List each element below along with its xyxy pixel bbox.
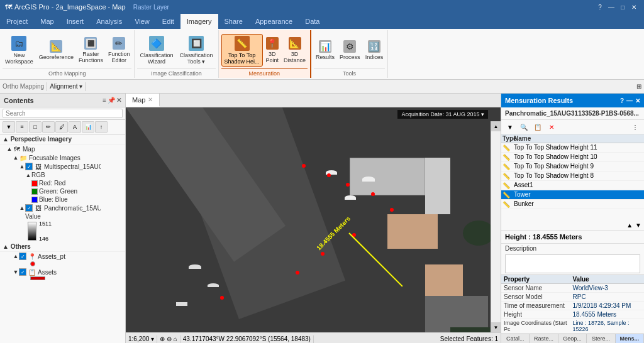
map-tab[interactable]: Map ✕ xyxy=(126,94,160,107)
move-up-arrow[interactable]: ▲ xyxy=(626,222,633,229)
label-button[interactable]: A xyxy=(69,121,81,133)
tree-item-panchromatic[interactable]: ▲ ✓ 🖼 Panchromatic_15AUG31133528-P xyxy=(0,204,125,212)
measure-dot-5 xyxy=(390,208,394,212)
men-row-3[interactable]: 📏 Top To Top Shadow Height 8 xyxy=(501,172,644,181)
tab-map[interactable]: Map xyxy=(34,14,60,29)
zoom-controls[interactable]: ⊕ ⊖ ⌂ xyxy=(160,335,177,342)
tab-analysis[interactable]: Analysis xyxy=(90,14,128,29)
tree-item-assets-pt[interactable]: ▲ ✓ 📍 Assets_pt xyxy=(0,252,125,261)
mensuration-close-button[interactable]: ✕ xyxy=(635,97,640,104)
group-button[interactable]: □ xyxy=(29,121,42,133)
panel-options-button[interactable]: ≡ xyxy=(103,97,106,104)
description-box[interactable] xyxy=(505,254,640,273)
section-expand[interactable]: ▲ xyxy=(3,136,9,143)
move-up-button[interactable]: ↑ xyxy=(95,121,108,133)
bottom-tab-geop[interactable]: Geop... xyxy=(558,334,587,343)
tab-appearance[interactable]: Appearance xyxy=(249,14,299,29)
scroll-up-button[interactable]: ▲ xyxy=(491,121,501,131)
rgb-expand[interactable]: ▲ xyxy=(25,172,31,178)
men-row-5[interactable]: 📏 Tower xyxy=(501,190,644,200)
3d-point-button[interactable]: 📍 3DPoint xyxy=(264,36,281,64)
mensuration-help-button[interactable]: ? xyxy=(620,97,624,104)
assets-pt-checkbox[interactable]: ✓ xyxy=(19,253,26,260)
acquisition-date[interactable]: Acquisition Date: 31 AUG 2015 ▾ xyxy=(397,110,488,119)
tab-view[interactable]: View xyxy=(128,14,156,29)
tree-item-blue[interactable]: Blue: Blue xyxy=(0,195,125,204)
tab-project[interactable]: Project xyxy=(0,14,34,29)
men-row-6[interactable]: 📏 Bunker xyxy=(501,200,644,209)
plane-6 xyxy=(176,302,187,306)
panchromatic-expand[interactable]: ▲ xyxy=(19,205,25,211)
layer-list-button[interactable]: ≡ xyxy=(16,121,28,133)
props-col1-header: Property xyxy=(504,276,573,283)
map-expand[interactable]: ▲ xyxy=(6,146,13,152)
men-row-4[interactable]: 📏 Asset1 xyxy=(501,181,644,190)
panel-close-button[interactable]: ✕ xyxy=(116,97,121,104)
bottom-tab-mens[interactable]: Mens... xyxy=(616,334,644,343)
toolbar-expand-icon[interactable]: ⊞ xyxy=(636,83,641,90)
tree-item-focusable[interactable]: ▲ 📁 Focusable Images xyxy=(0,153,125,162)
tab-data[interactable]: Data xyxy=(299,14,326,29)
men-export-button[interactable]: 📋 xyxy=(531,121,544,133)
scroll-down-button[interactable]: ▼ xyxy=(491,322,501,332)
panchromatic-checkbox[interactable]: ✓ xyxy=(25,204,33,212)
men-row-1[interactable]: 📏 Top To Top Shadow Height 10 xyxy=(501,153,644,162)
others-expand[interactable]: ▲ xyxy=(3,243,9,250)
maximize-button[interactable]: □ xyxy=(618,3,628,11)
indices-button[interactable]: 🔢 Indices xyxy=(364,40,386,61)
multispectral-checkbox[interactable]: ✓ xyxy=(25,163,33,170)
map-tab-close[interactable]: ✕ xyxy=(148,96,153,103)
edit-button[interactable]: ✏ xyxy=(42,121,55,133)
tree-item-red[interactable]: Red: Red xyxy=(0,179,125,187)
tree-item-map[interactable]: ▲ 🗺 Map xyxy=(0,144,125,153)
assets-checkbox[interactable]: ✓ xyxy=(19,268,26,276)
move-down-arrow[interactable]: ▼ xyxy=(635,222,641,229)
focusable-expand[interactable]: ▲ xyxy=(13,155,19,161)
scroll-track-v[interactable] xyxy=(491,131,501,322)
search-input[interactable] xyxy=(3,109,123,118)
raster-functions-button[interactable]: 🔳 RasterFunctions xyxy=(77,36,105,64)
tree-item-assets[interactable]: ▼ ✓ 📋 Assets xyxy=(0,268,125,276)
chart-button[interactable]: 📊 xyxy=(82,121,94,133)
mensuration-pin-button[interactable]: — xyxy=(626,97,633,104)
row-4-icon: 📏 xyxy=(502,182,511,189)
tab-share[interactable]: Share xyxy=(218,14,249,29)
tab-edit[interactable]: Edit xyxy=(156,14,180,29)
minimize-button[interactable]: — xyxy=(606,3,616,11)
panel-pin-button[interactable]: 📌 xyxy=(108,97,115,104)
plane-1 xyxy=(362,177,375,182)
men-search-button[interactable]: 🔍 xyxy=(518,121,530,133)
multispectral-expand[interactable]: ▲ xyxy=(19,163,25,170)
new-workspace-button[interactable]: 🗂 New Workspace xyxy=(3,35,36,66)
classification-tools-button[interactable]: 🔲 Classification Tools ▾ xyxy=(177,35,216,66)
draw-button[interactable]: 🖊 xyxy=(55,121,68,133)
bottom-tab-catal[interactable]: Catal... xyxy=(501,334,530,343)
men-row-0[interactable]: 📏 Top To Top Shadow Height 11 xyxy=(501,143,644,153)
men-options-button[interactable]: ⋮ xyxy=(629,121,641,133)
map-scrollbar-vertical[interactable]: ▲ ▼ xyxy=(491,121,501,332)
tree-item-green[interactable]: Green: Green xyxy=(0,187,125,195)
bottom-tab-raste[interactable]: Raste... xyxy=(530,334,558,343)
aerial-image[interactable]: 18.4555 Meters Acquisition Date: 31 AUG … xyxy=(126,107,501,343)
process-button[interactable]: ⚙ Process xyxy=(338,40,362,61)
bottom-tab-stere[interactable]: Stere... xyxy=(587,334,615,343)
3d-distance-button[interactable]: 📐 3DDistance xyxy=(282,36,308,64)
men-row-2[interactable]: 📏 Top To Top Shadow Height 9 xyxy=(501,162,644,172)
top-to-top-shadow-button[interactable]: 📏 Top To Top Shadow Hei... xyxy=(221,34,263,67)
help-button[interactable]: ? xyxy=(595,3,605,11)
scale-select[interactable]: 1:6,200 ▾ xyxy=(128,335,154,342)
classification-wizard-button[interactable]: 🔷 Classification Wizard xyxy=(137,35,175,66)
tab-imagery[interactable]: Imagery xyxy=(180,14,218,29)
filter-button[interactable]: ▼ xyxy=(3,121,15,133)
mensuration-table-body[interactable]: 📏 Top To Top Shadow Height 11 📏 Top To T… xyxy=(501,143,644,220)
tree-item-multispectral[interactable]: ▲ ✓ 🖼 Multispectral_15AUG31133528-M xyxy=(0,162,125,171)
tree-item-rgb[interactable]: ▲ RGB xyxy=(0,171,125,179)
results-button[interactable]: 📊 Results xyxy=(314,40,336,61)
georeference-button[interactable]: 📐 Georeference xyxy=(37,40,75,61)
men-delete-button[interactable]: ✕ xyxy=(545,121,558,133)
men-filter-button[interactable]: ▼ xyxy=(504,121,516,133)
close-button[interactable]: ✕ xyxy=(629,3,639,11)
function-editor-button[interactable]: ✏ FunctionEditor xyxy=(106,36,132,64)
tab-insert[interactable]: Insert xyxy=(60,14,91,29)
alignment-item[interactable]: Alignment ▾ xyxy=(50,83,82,90)
